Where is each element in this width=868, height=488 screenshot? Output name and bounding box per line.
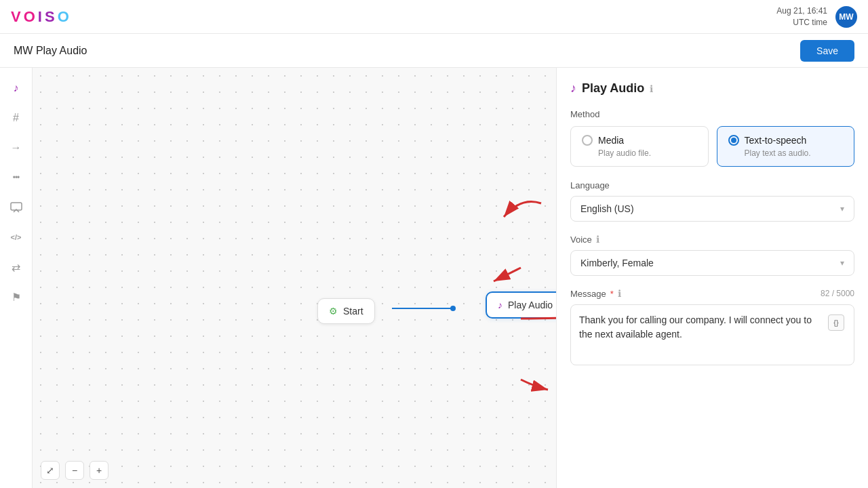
media-radio[interactable] [582,135,593,146]
page-title: MW Play Audio [14,45,87,57]
play-node-music-icon: ♪ [498,300,502,310]
voice-value: Kimberly, Female [580,258,654,268]
panel-info-icon[interactable]: ℹ [650,83,653,94]
right-panel: ♪ Play Audio ℹ Method Media Play audio f… [556,68,868,488]
zoom-out-button[interactable]: − [65,461,84,480]
message-header: Message * ℹ 82 / 5000 [570,288,854,299]
method-section: Method Media Play audio file. [570,109,854,167]
logo: VOISO [11,8,71,26]
logo-letter-o2: O [58,8,71,26]
panel-music-icon: ♪ [570,81,576,96]
voice-section: Voice ℹ Kimberly, Female ▾ [570,234,854,276]
message-box[interactable]: Thank you for calling our company. I wil… [570,304,854,365]
media-card-desc: Play audio file. [598,148,697,158]
panel-title: Play Audio [582,81,644,96]
timezone-line: UTC time [776,17,827,28]
message-text[interactable]: Thank you for calling our company. I wil… [579,313,827,357]
language-section: Language English (US) ▾ [570,180,854,222]
message-required-marker: * [610,289,614,299]
method-card-media[interactable]: Media Play audio file. [570,126,709,167]
voice-info-icon[interactable]: ℹ [596,234,599,245]
sidebar-icon-arrow[interactable]: → [4,136,28,160]
language-select[interactable]: English (US) ▾ [570,196,854,222]
sidebar-icon-dots[interactable]: ••• [4,165,28,190]
sidebar: ♪ # → ••• </> ⇄ ⚑ [0,68,33,488]
sidebar-icon-transfer[interactable]: ⇄ [4,255,28,279]
sidebar-icon-music[interactable]: ♪ [4,76,28,100]
message-label: Message * ℹ [570,288,621,299]
topbar-right: Aug 21, 16:41 UTC time MW [776,5,857,28]
tts-radio-dot [731,138,736,143]
method-cards-row: Media Play audio file. Text-to-speech Pl… [570,126,854,167]
play-node-label: Play Audio [508,300,553,310]
language-chevron-icon: ▾ [840,204,844,214]
annotation-arrows [33,68,556,488]
voice-label: Voice ℹ [570,234,854,245]
message-count: 82 / 5000 [821,289,854,298]
zoom-in-button[interactable]: + [90,461,108,480]
secondbar: MW Play Audio Save [0,34,868,68]
voice-chevron-icon: ▾ [840,258,844,268]
message-brackets-area: {} [827,313,846,357]
start-node-icon: ⚙ [329,306,338,317]
tts-card-title: Text-to-speech [745,135,807,146]
media-card-title: Media [598,135,624,146]
svg-point-2 [450,306,456,311]
logo-letter-s: S [45,8,56,26]
sidebar-icon-chat[interactable] [4,195,28,220]
method-card-tts-header: Text-to-speech [728,135,844,146]
connection-line [33,68,556,488]
start-node[interactable]: ⚙ Start [317,298,375,324]
zoom-fit-button[interactable]: ⤢ [41,461,60,480]
logo-letter-v: V [11,8,22,26]
tts-radio[interactable] [728,135,739,146]
play-audio-node[interactable]: ♪ Play Audio [486,291,556,319]
save-button[interactable]: Save [800,40,854,62]
logo-letter-o: O [24,8,37,26]
main-layout: ♪ # → ••• </> ⇄ ⚑ ⚙ Start ♪ Play Aud [0,68,868,488]
brackets-button[interactable]: {} [828,314,844,331]
message-section: Message * ℹ 82 / 5000 Thank you for call… [570,288,854,365]
datetime-line1: Aug 21, 16:41 [776,5,827,17]
language-label: Language [570,180,854,190]
logo-letter-i: I [38,8,43,26]
language-value: English (US) [580,203,634,214]
method-label: Method [570,109,854,119]
start-node-label: Start [343,306,363,317]
panel-header: ♪ Play Audio ℹ [570,81,854,96]
canvas: ⚙ Start ♪ Play Audio ⤢ [33,68,556,488]
message-info-icon[interactable]: ℹ [618,288,621,299]
method-card-tts[interactable]: Text-to-speech Play text as audio. [717,126,855,167]
method-card-media-header: Media [582,135,697,146]
voice-select[interactable]: Kimberly, Female ▾ [570,250,854,276]
sidebar-icon-code[interactable]: </> [4,225,28,249]
canvas-controls: ⤢ − + [41,461,108,480]
tts-card-desc: Play text as audio. [745,148,844,158]
topbar-datetime: Aug 21, 16:41 UTC time [776,5,827,28]
avatar[interactable]: MW [835,6,857,28]
sidebar-icon-hash[interactable]: # [4,106,28,130]
topbar: VOISO Aug 21, 16:41 UTC time MW [0,0,868,34]
sidebar-icon-flag[interactable]: ⚑ [4,285,28,309]
